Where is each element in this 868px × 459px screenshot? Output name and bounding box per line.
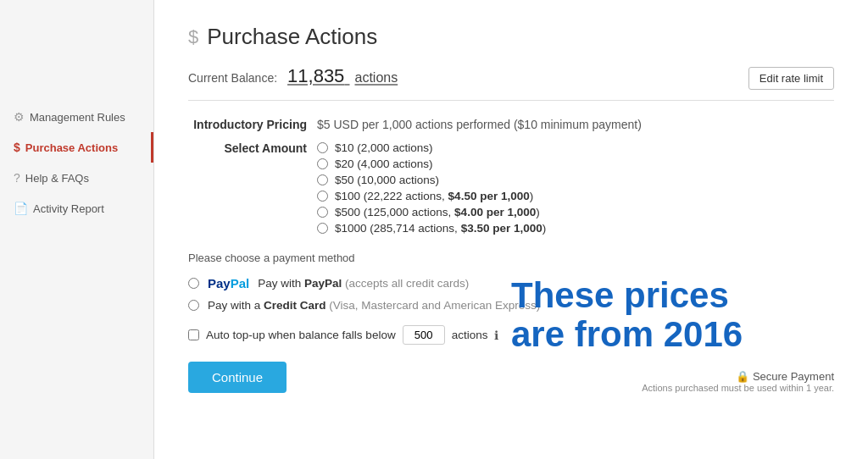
info-icon[interactable]: ℹ	[494, 329, 498, 342]
page-title: Purchase Actions	[207, 24, 377, 50]
sidebar-item-management-rules[interactable]: ⚙ Management Rules	[0, 102, 153, 132]
report-icon: 📄	[14, 202, 28, 215]
balance-label: Current Balance:	[188, 71, 277, 85]
secure-payment-note: Actions purchased must be used within 1 …	[642, 383, 834, 393]
dollar-icon: $	[14, 141, 20, 154]
paypal-option[interactable]: PayPal Pay with PayPal (accepts all cred…	[188, 276, 834, 290]
help-icon: ?	[14, 171, 20, 185]
bottom-row: Continue 🔒 Secure Payment Actions purcha…	[188, 362, 834, 393]
sidebar-item-purchase-actions[interactable]: $ Purchase Actions	[0, 132, 153, 163]
select-amount-row: Select Amount $10 (2,000 actions) $20 (4…	[188, 141, 834, 235]
amount-options: $10 (2,000 actions) $20 (4,000 actions) …	[317, 141, 546, 235]
balance-row: Current Balance: 11,835 actions Edit rat…	[188, 65, 834, 101]
secure-row: 🔒 Secure Payment Actions purchased must …	[642, 370, 834, 393]
main-content: $ Purchase Actions Current Balance: 11,8…	[154, 0, 868, 459]
autotopup-label: Auto top-up when balance falls below	[206, 329, 396, 341]
sidebar-item-help-faqs[interactable]: ? Help & FAQs	[0, 163, 153, 193]
autotopup-row: Auto top-up when balance falls below act…	[188, 325, 834, 345]
select-amount-label: Select Amount	[188, 141, 307, 155]
intro-pricing-row: Introductory Pricing $5 USD per 1,000 ac…	[188, 118, 834, 131]
amount-radio-6[interactable]	[317, 223, 328, 234]
autotopup-checkbox[interactable]	[188, 329, 199, 340]
paypal-radio[interactable]	[188, 278, 199, 289]
paypal-logo: PayPal	[208, 276, 249, 290]
credit-card-option[interactable]: Pay with a Credit Card (Visa, Mastercard…	[188, 299, 834, 312]
sidebar-item-activity-report[interactable]: 📄 Activity Report	[0, 193, 153, 224]
edit-rate-button[interactable]: Edit rate limit	[748, 67, 834, 90]
continue-button[interactable]: Continue	[188, 362, 287, 393]
amount-option-1[interactable]: $10 (2,000 actions)	[317, 141, 546, 154]
amount-radio-5[interactable]	[317, 207, 328, 218]
amount-radio-2[interactable]	[317, 158, 328, 169]
balance-number: 11,835 actions	[287, 65, 398, 87]
secure-payment-text: 🔒 Secure Payment	[642, 370, 834, 383]
autotopup-unit: actions	[452, 329, 488, 341]
amount-radio-3[interactable]	[317, 174, 328, 185]
amount-option-6[interactable]: $1000 (285,714 actions, $3.50 per 1,000)	[317, 222, 546, 235]
autotopup-input[interactable]	[403, 325, 445, 345]
credit-card-radio[interactable]	[188, 300, 199, 311]
amount-option-2[interactable]: $20 (4,000 actions)	[317, 158, 546, 170]
amount-option-3[interactable]: $50 (10,000 actions)	[317, 174, 546, 186]
pricing-section: Introductory Pricing $5 USD per 1,000 ac…	[188, 118, 834, 235]
sidebar: ⚙ Management Rules $ Purchase Actions ? …	[0, 0, 154, 459]
amount-option-4[interactable]: $100 (22,222 actions, $4.50 per 1,000)	[317, 190, 546, 202]
amount-radio-1[interactable]	[317, 142, 328, 153]
amount-radio-4[interactable]	[317, 191, 328, 202]
amount-option-5[interactable]: $500 (125,000 actions, $4.00 per 1,000)	[317, 206, 546, 218]
payment-method-label: Please choose a payment method	[188, 252, 834, 264]
page-title-row: $ Purchase Actions	[188, 24, 834, 50]
payment-section: Please choose a payment method PayPal Pa…	[188, 252, 834, 312]
management-rules-icon: ⚙	[14, 110, 25, 124]
intro-pricing-value: $5 USD per 1,000 actions performed ($10 …	[317, 118, 642, 131]
intro-pricing-label: Introductory Pricing	[188, 118, 307, 131]
page-dollar-icon: $	[188, 26, 198, 48]
